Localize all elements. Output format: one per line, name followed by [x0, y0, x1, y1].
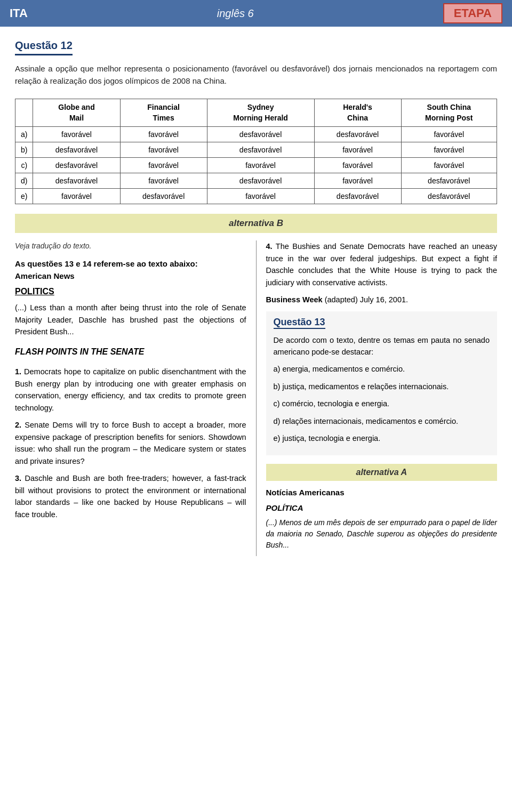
answer-table: Globe andMail FinancialTimes SydneyMorni… [15, 99, 497, 204]
politica-text: (...) Menos de um mês depois de ser empu… [266, 517, 498, 551]
flash-points-heading: FLASH POINTS IN THE SENATE [15, 345, 246, 359]
questao12-title: Questão 12 [15, 39, 73, 55]
row-b-col4: favorável [314, 142, 401, 158]
col-south-china: South ChinaMorning Post [401, 99, 497, 127]
row-d-col3: desfavorável [207, 173, 314, 189]
item4-paragraph: 4. The Bushies and Senate Democrats have… [266, 240, 498, 288]
header-ita-label: ITA [10, 6, 28, 20]
politics-heading: POLITICS [15, 285, 246, 299]
row-a-col1: favorável [33, 127, 120, 142]
page-header: ITA inglês 6 ETAPA [0, 0, 512, 27]
option-d: d) relações internacionais, medicamentos… [274, 415, 490, 427]
item3-paragraph: 3. Daschle and Bush are both free-trader… [15, 472, 246, 520]
row-e-col5: desfavorável [401, 189, 497, 204]
row-c-col3: favorável [207, 158, 314, 173]
item3-number: 3. [15, 474, 21, 483]
item4-text: The Bushies and Senate Democrats have re… [266, 242, 498, 286]
row-c-col2: favorável [120, 158, 207, 173]
option-e: e) justiça, tecnologia e energia. [274, 432, 490, 444]
american-news-label: American News [15, 271, 75, 280]
row-d-col4: favorável [314, 173, 401, 189]
row-c-col5: favorável [401, 158, 497, 173]
questoes-ref-text: As questões 13 e 14 referem-se ao texto … [15, 258, 246, 283]
table-row: d) desfavorável favorável desfavorável f… [15, 173, 497, 189]
row-c-col1: desfavorável [33, 158, 120, 173]
left-column: Veja tradução do texto. As questões 13 e… [15, 240, 257, 556]
table-row: e) favorável desfavorável favorável desf… [15, 189, 497, 204]
item1-paragraph: 1. Democrats hope to capitalize on publi… [15, 366, 246, 414]
row-b-label: b) [15, 142, 33, 158]
business-week-label: Business Week [266, 295, 323, 304]
row-e-col3: favorável [207, 189, 314, 204]
table-row: a) favorável favorável desfavorável desf… [15, 127, 497, 142]
main-content: Questão 12 Assinale a opção que melhor r… [0, 27, 512, 566]
item1-number: 1. [15, 367, 21, 376]
right-column: 4. The Bushies and Senate Democrats have… [257, 240, 498, 556]
row-e-label: e) [15, 189, 33, 204]
header-etapa-label: ETAPA [443, 3, 502, 23]
row-a-col5: favorável [401, 127, 497, 142]
table-row: c) desfavorável favorável favorável favo… [15, 158, 497, 173]
item2-text: Senate Dems will try to force Bush to ac… [15, 421, 246, 465]
veja-traducao-text: Veja tradução do texto. [15, 240, 246, 252]
item4-number: 4. [266, 242, 273, 251]
row-d-label: d) [15, 173, 33, 189]
noticias-title: Notícias Americanas [266, 486, 498, 499]
col-heralds-china: Herald'sChina [314, 99, 401, 127]
row-b-col5: favorável [401, 142, 497, 158]
two-column-section: Veja tradução do texto. As questões 13 e… [15, 240, 497, 556]
questao13-title: Questão 13 [274, 317, 325, 329]
alternativa-a-banner: alternativa A [266, 464, 498, 481]
questao13-box: Questão 13 De acordo com o texto, dentre… [266, 311, 498, 455]
option-a: a) energia, medicamentos e comércio. [274, 363, 490, 375]
table-row: b) desfavorável favorável desfavorável f… [15, 142, 497, 158]
row-e-col2: desfavorável [120, 189, 207, 204]
row-d-col2: favorável [120, 173, 207, 189]
business-week-line: Business Week (adapted) July 16, 2001. [266, 294, 498, 305]
politica-title: POLÍTICA [266, 502, 498, 514]
option-b: b) justiça, medicamentos e relações inte… [274, 381, 490, 392]
item2-paragraph: 2. Senate Dems will try to force Bush to… [15, 419, 246, 467]
alternativa-b-banner: alternativa B [15, 214, 497, 233]
row-b-col2: favorável [120, 142, 207, 158]
row-a-label: a) [15, 127, 33, 142]
row-a-col3: desfavorável [207, 127, 314, 142]
option-c: c) comércio, tecnologia e energia. [274, 398, 490, 409]
row-e-col4: desfavorável [314, 189, 401, 204]
header-subject-label: inglês 6 [217, 7, 254, 20]
col-financial-times: FinancialTimes [120, 99, 207, 127]
col-sydney: SydneyMorning Herald [207, 99, 314, 127]
politics-paragraph: (...) Less than a month after being thru… [15, 302, 246, 337]
adapted-text: (adapted) July 16, 2001. [325, 295, 408, 304]
row-d-col1: desfavorável [33, 173, 120, 189]
item2-number: 2. [15, 421, 21, 429]
row-c-col4: favorável [314, 158, 401, 173]
col-globe-mail: Globe andMail [33, 99, 120, 127]
row-d-col5: desfavorável [401, 173, 497, 189]
row-a-col4: desfavorável [314, 127, 401, 142]
questoes-ref-bold: As questões 13 e 14 referem-se ao texto … [15, 259, 198, 268]
row-b-col3: desfavorável [207, 142, 314, 158]
item3-text: Daschle and Bush are both free-traders; … [15, 474, 246, 518]
row-a-col2: favorável [120, 127, 207, 142]
col-empty [15, 99, 33, 127]
row-b-col1: desfavorável [33, 142, 120, 158]
questao13-text: De acordo com o texto, dentre os temas e… [274, 334, 490, 358]
row-e-col1: favorável [33, 189, 120, 204]
questao12-intro: Assinale a opção que melhor representa o… [15, 63, 497, 87]
row-c-label: c) [15, 158, 33, 173]
item1-text: Democrats hope to capitalize on public d… [15, 367, 246, 412]
